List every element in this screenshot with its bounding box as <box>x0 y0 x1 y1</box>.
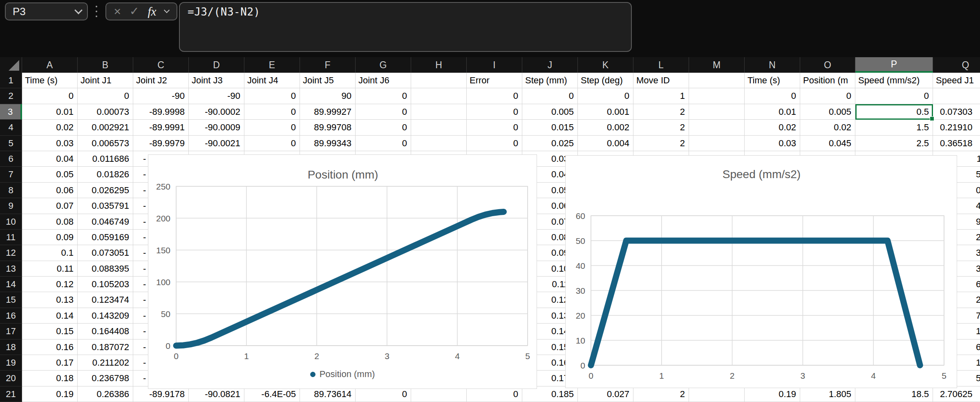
position-chart[interactable]: 050100150200250012345Position (mm)Positi… <box>148 154 537 389</box>
cell-Q2[interactable] <box>933 88 980 104</box>
cell-G5[interactable]: 0 <box>356 136 411 151</box>
cell-P5[interactable]: 2.5 <box>855 136 933 151</box>
cell-B12[interactable]: 0.073051 <box>78 245 133 261</box>
cell-N1[interactable]: Time (s) <box>745 73 800 88</box>
cell-B3[interactable]: 0.00073 <box>78 104 133 120</box>
cell-A2[interactable]: 0 <box>22 88 78 104</box>
column-header-I[interactable]: I <box>467 57 522 73</box>
chevron-down-icon[interactable] <box>74 6 83 14</box>
cell-P4[interactable]: 1.5 <box>855 120 933 135</box>
row-header-1[interactable]: 1 <box>0 73 22 88</box>
row-header-18[interactable]: 18 <box>0 339 22 355</box>
cell-L2[interactable]: 1 <box>633 88 689 104</box>
cell-E1[interactable]: Joint J4 <box>244 73 300 88</box>
cell-D5[interactable]: -90.0021 <box>189 136 244 151</box>
cell-D1[interactable]: Joint J3 <box>189 73 244 88</box>
cell-D4[interactable]: -90.0009 <box>189 120 244 135</box>
cell-C3[interactable]: -89.9998 <box>133 104 189 120</box>
cell-D3[interactable]: -90.0002 <box>189 104 244 120</box>
row-header-2[interactable]: 2 <box>0 88 22 104</box>
cell-K4[interactable]: 0.002 <box>578 120 633 135</box>
cell-A5[interactable]: 0.03 <box>22 136 78 151</box>
cell-N3[interactable]: 0.01 <box>745 104 800 120</box>
column-header-J[interactable]: J <box>522 57 578 73</box>
cell-B1[interactable]: Joint J1 <box>78 73 133 88</box>
cell-K21[interactable]: 0.027 <box>578 386 633 402</box>
column-header-F[interactable]: F <box>300 57 356 73</box>
cell-C2[interactable]: -90 <box>133 88 189 104</box>
column-header-P[interactable]: P <box>855 57 933 73</box>
column-header-D[interactable]: D <box>189 57 244 73</box>
cell-H1[interactable] <box>411 73 467 88</box>
cell-Q4[interactable]: 0.21910 <box>933 120 980 135</box>
fill-handle[interactable] <box>930 116 934 121</box>
cell-C4[interactable]: -89.9991 <box>133 120 189 135</box>
cell-B10[interactable]: 0.046749 <box>78 214 133 230</box>
cell-B4[interactable]: 0.002921 <box>78 120 133 135</box>
cell-A16[interactable]: 0.14 <box>22 308 78 324</box>
cell-I4[interactable]: 0 <box>467 120 522 135</box>
row-header-20[interactable]: 20 <box>0 371 22 386</box>
row-header-5[interactable]: 5 <box>0 136 22 151</box>
cell-H3[interactable] <box>411 104 467 120</box>
cell-B9[interactable]: 0.035791 <box>78 198 133 214</box>
cell-G3[interactable]: 0 <box>356 104 411 120</box>
cell-I5[interactable]: 0 <box>467 136 522 151</box>
cell-F4[interactable]: 89.99708 <box>300 120 356 135</box>
chevron-down-icon[interactable] <box>164 7 170 13</box>
cell-O21[interactable]: 1.805 <box>800 386 855 402</box>
cell-N21[interactable]: 0.19 <box>745 386 800 402</box>
cell-Q5[interactable]: 0.36518 <box>933 136 980 151</box>
cell-A17[interactable]: 0.15 <box>22 324 78 339</box>
cell-B7[interactable]: 0.01826 <box>78 167 133 182</box>
row-header-19[interactable]: 19 <box>0 355 22 371</box>
row-header-17[interactable]: 17 <box>0 324 22 339</box>
cell-E5[interactable]: 0 <box>244 136 300 151</box>
cell-N4[interactable]: 0.02 <box>745 120 800 135</box>
cell-B6[interactable]: 0.011686 <box>78 151 133 167</box>
cell-J5[interactable]: 0.025 <box>522 136 578 151</box>
cell-O4[interactable]: 0.02 <box>800 120 855 135</box>
insert-function-icon[interactable]: fx <box>148 5 157 18</box>
column-header-N[interactable]: N <box>745 57 800 73</box>
cell-J2[interactable]: 0 <box>522 88 578 104</box>
cell-F3[interactable]: 89.99927 <box>300 104 356 120</box>
cell-B5[interactable]: 0.006573 <box>78 136 133 151</box>
row-header-3[interactable]: 3 <box>0 104 22 120</box>
cell-A11[interactable]: 0.09 <box>22 230 78 245</box>
row-header-21[interactable]: 21 <box>0 386 22 402</box>
cell-B17[interactable]: 0.164408 <box>78 324 133 339</box>
column-header-C[interactable]: C <box>133 57 189 73</box>
cell-F2[interactable]: 90 <box>300 88 356 104</box>
cancel-icon[interactable]: × <box>114 5 121 18</box>
cell-Q3[interactable]: 0.07303 <box>933 104 980 120</box>
cell-M3[interactable] <box>689 104 745 120</box>
cell-O1[interactable]: Position (m <box>800 73 855 88</box>
cell-B15[interactable]: 0.123474 <box>78 292 133 308</box>
selected-cell-outline[interactable] <box>855 104 933 120</box>
cell-B18[interactable]: 0.187072 <box>78 339 133 355</box>
cell-G2[interactable]: 0 <box>356 88 411 104</box>
cell-N2[interactable]: 0 <box>745 88 800 104</box>
cell-B21[interactable]: 0.26386 <box>78 386 133 402</box>
cell-J1[interactable]: Step (mm) <box>522 73 578 88</box>
column-header-H[interactable]: H <box>411 57 467 73</box>
row-header-14[interactable]: 14 <box>0 277 22 292</box>
enter-icon[interactable]: ✓ <box>130 6 139 17</box>
cell-C1[interactable]: Joint J2 <box>133 73 189 88</box>
cell-B8[interactable]: 0.026295 <box>78 183 133 198</box>
cell-A14[interactable]: 0.12 <box>22 277 78 292</box>
column-header-G[interactable]: G <box>356 57 411 73</box>
cell-M4[interactable] <box>689 120 745 135</box>
cell-G1[interactable]: Joint J6 <box>356 73 411 88</box>
cell-H2[interactable] <box>411 88 467 104</box>
cell-I1[interactable]: Error <box>467 73 522 88</box>
cell-A6[interactable]: 0.04 <box>22 151 78 167</box>
cell-B20[interactable]: 0.236798 <box>78 371 133 386</box>
row-header-4[interactable]: 4 <box>0 120 22 135</box>
cell-I2[interactable]: 0 <box>467 88 522 104</box>
cell-P21[interactable]: 18.5 <box>855 386 933 402</box>
cell-M1[interactable] <box>689 73 745 88</box>
cell-H4[interactable] <box>411 120 467 135</box>
cell-P1[interactable]: Speed (mm/s2) <box>855 73 933 88</box>
